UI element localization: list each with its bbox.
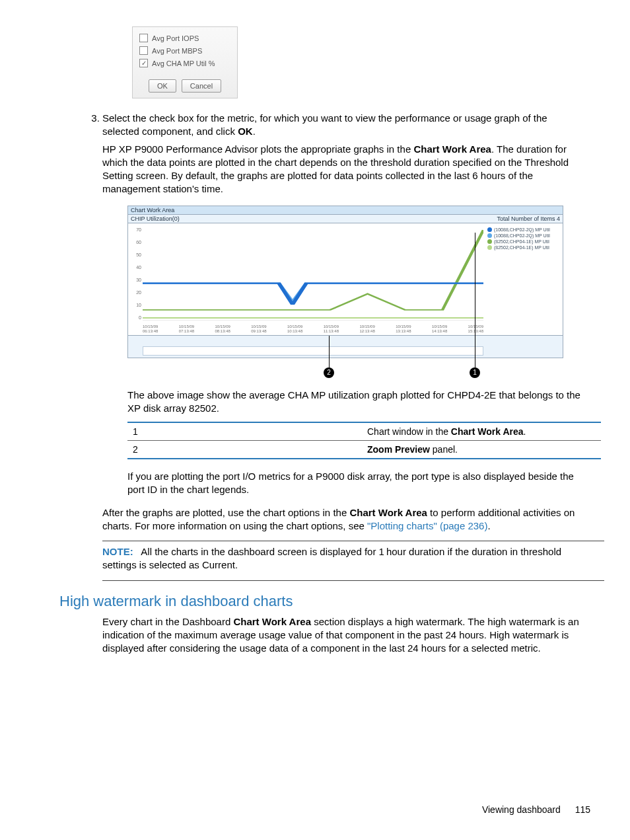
chart-header-right: Total Number of Items 4	[497, 215, 560, 222]
checkbox-icon[interactable]	[139, 46, 148, 55]
metric-label: Avg Port MBPS	[152, 47, 202, 55]
legend-item: (82502,CHP04-1E) MP Util	[487, 245, 560, 250]
bold-text: Chart Work Area	[413, 143, 491, 155]
callout-layer: 1 2	[127, 358, 563, 377]
chart-body: 70 60 50 40 30 20 10 0	[127, 223, 563, 336]
line-chart-svg	[143, 227, 483, 321]
metric-label: Avg Port IOPS	[152, 34, 199, 42]
note: NOTE: All the charts in the dashboard sc…	[102, 545, 584, 572]
metric-option[interactable]: ✓ Avg CHA MP Util %	[139, 59, 230, 67]
chart-work-area: Chart Work Area CHIP Utilization(0) Tota…	[127, 206, 563, 358]
legend-item: (10088,CHP02-2Q) MP Util	[487, 227, 560, 232]
legend-swatch-icon	[487, 245, 492, 250]
metric-dialog: Avg Port IOPS Avg Port MBPS ✓ Avg CHA MP…	[132, 26, 238, 98]
callout-badge: 2	[324, 367, 334, 378]
callout-badge: 1	[470, 367, 480, 378]
step-list: Select the check box for the metric, for…	[102, 112, 590, 196]
callout-stem	[475, 233, 475, 369]
table-cell: Chart window in the Chart Work Area.	[362, 422, 601, 441]
paragraph: Every chart in the Dashboard Chart Work …	[102, 615, 584, 656]
caption: The above image show the average CHA MP …	[127, 389, 584, 416]
zoom-track[interactable]	[143, 346, 483, 356]
metric-label: Avg CHA MP Util %	[152, 59, 215, 67]
metric-option[interactable]: Avg Port IOPS	[139, 34, 230, 42]
page-footer: Viewing dashboard 115	[482, 804, 590, 815]
y-axis: 70 60 50 40 30 20 10 0	[131, 227, 141, 321]
section-heading: High watermark in dashboard charts	[59, 593, 590, 610]
step-item: Select the check box for the metric, for…	[102, 112, 590, 196]
checkbox-checked-icon[interactable]: ✓	[139, 59, 148, 67]
table-cell: 2	[127, 441, 362, 459]
legend-swatch-icon	[487, 239, 492, 244]
table-row: 2 Zoom Preview panel.	[127, 441, 601, 459]
paragraph: HP XP P9000 Performance Advisor plots th…	[102, 143, 584, 196]
callout-table: 1 Chart window in the Chart Work Area. 2…	[127, 422, 601, 459]
chart-legend: (10088,CHP02-2Q) MP Util (10088,CHP02-2Q…	[487, 227, 560, 251]
legend-swatch-icon	[487, 233, 492, 238]
table-cell: 1	[127, 422, 362, 441]
divider	[102, 580, 604, 581]
step-text: Select the check box for the metric, for…	[102, 112, 547, 137]
x-axis: 10/15/0906:13:48 10/15/0907:13:48 10/15/…	[143, 325, 483, 333]
checkbox-icon[interactable]	[139, 34, 148, 42]
table-row: 1 Chart window in the Chart Work Area.	[127, 422, 601, 441]
cross-reference-link[interactable]: "Plotting charts" (page 236)	[367, 520, 487, 531]
chart-plot	[143, 227, 483, 321]
legend-item: (10088,CHP02-2Q) MP Util	[487, 233, 560, 238]
chart-header-left: CHIP Utilization(0)	[131, 215, 180, 222]
metric-option[interactable]: Avg Port MBPS	[139, 46, 230, 55]
document-page: Avg Port IOPS Avg Port MBPS ✓ Avg CHA MP…	[0, 0, 630, 840]
page-number: 115	[575, 804, 590, 815]
zoom-preview-panel[interactable]	[127, 336, 563, 358]
note-label: NOTE:	[102, 546, 133, 557]
chart-header: CHIP Utilization(0) Total Number of Item…	[127, 215, 563, 223]
callout-stem	[329, 336, 330, 369]
legend-item: (82502,CHP04-1E) MP Util	[487, 239, 560, 244]
step-text: .	[253, 126, 256, 137]
paragraph: If you are plotting the port I/O metrics…	[127, 470, 584, 497]
legend-swatch-icon	[487, 227, 492, 232]
divider	[102, 541, 604, 541]
chart-titlebar: Chart Work Area	[127, 206, 563, 215]
cancel-button[interactable]: Cancel	[182, 79, 221, 93]
footer-text: Viewing dashboard	[482, 804, 561, 815]
ok-button[interactable]: OK	[149, 79, 176, 93]
paragraph: After the graphs are plotted, use the ch…	[102, 506, 584, 533]
bold-text: OK	[238, 126, 253, 137]
table-cell: Zoom Preview panel.	[362, 441, 601, 459]
